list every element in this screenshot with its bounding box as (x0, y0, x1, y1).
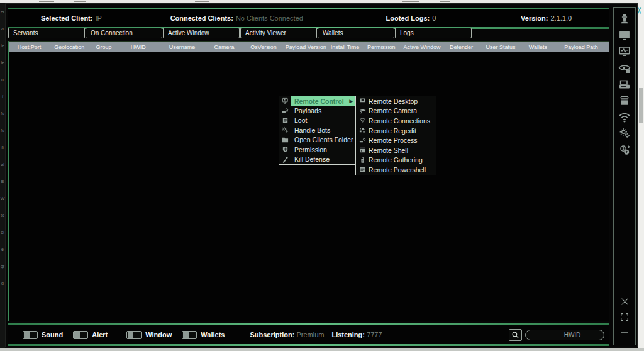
listening-stat: Listening: 7777 (331, 331, 382, 338)
col-hwid: HWID (118, 44, 158, 50)
submenu-item-remote-connections[interactable]: Remote Connections (356, 116, 436, 126)
remote-desktop-icon (356, 98, 369, 104)
alert-label: Alert (92, 331, 108, 338)
submenu-item-remote-gathering[interactable]: Remote Gathering (356, 155, 436, 165)
sound-checkbox[interactable] (23, 331, 38, 339)
loot-icon (279, 116, 291, 125)
close-icon[interactable] (618, 296, 631, 307)
submenu-item-remote-shell[interactable]: Remote Shell (356, 145, 436, 155)
version-stat: Version: 2.1.1.0 (483, 14, 609, 22)
window-checkbox-group: Window (126, 331, 172, 339)
hwid-search-pill (525, 330, 604, 340)
connected-clients-stat: Connected Clients: No Clients Connected (135, 14, 339, 22)
knife-icon (279, 154, 291, 164)
remote-control-icon (279, 96, 291, 106)
handle-bots-icon (279, 125, 291, 135)
hwid-search-input[interactable] (531, 332, 614, 338)
col-username: Username (158, 44, 205, 50)
listening-value: 7777 (367, 331, 382, 338)
desktop-left-strip: erateleuffufufialEWtoolegrd (0, 3, 5, 351)
version-value: 2.1.1.0 (550, 14, 572, 22)
desktop-right-strip: ✂ (638, 0, 644, 351)
menu-item-payloads[interactable]: Payloads (279, 106, 355, 115)
settings-gears-icon[interactable] (618, 128, 631, 139)
wallets-checkbox[interactable] (182, 331, 197, 339)
menu-item-kill-defense[interactable]: Kill Defense (279, 154, 355, 164)
selected-client-stat: Selected Client: IP (8, 14, 135, 22)
menu-item-label: Loot (294, 116, 307, 124)
tab-wallets[interactable]: Wallets (318, 28, 394, 38)
remote-regedit-icon (356, 127, 369, 134)
col-camera: Camera (206, 44, 243, 50)
col-active-window: Active Window (400, 44, 444, 50)
col-install-time: Install Time (328, 44, 362, 50)
tab-bar: Servants On Connection Active Window Act… (8, 28, 472, 40)
tab-servants[interactable]: Servants (8, 28, 85, 38)
remote-camera-icon (356, 108, 369, 114)
submenu-item-remote-regedit[interactable]: Remote Regedit (356, 126, 436, 136)
col-user-status: User Status (479, 44, 523, 50)
spy-icon[interactable] (618, 13, 631, 25)
bottom-bar: Sound Alert Window Wallets Subscription:… (8, 323, 609, 346)
tab-activity-viewer[interactable]: Activity Viewer (240, 28, 317, 38)
app-window: Selected Client: IP Connected Clients: N… (5, 3, 638, 347)
window-checkbox[interactable] (126, 331, 142, 339)
status-topbar: Selected Client: IP Connected Clients: N… (8, 8, 609, 29)
tab-active-window[interactable]: Active Window (163, 28, 240, 38)
crypto-exchange-icon[interactable] (618, 144, 631, 155)
tab-logs[interactable]: Logs (395, 28, 472, 38)
looted-logs-value: 0 (432, 14, 436, 22)
wallets-checkbox-group: Wallets (182, 331, 225, 339)
hidden-desktop-eye-icon[interactable] (618, 62, 631, 74)
submenu-item-remote-desktop[interactable]: Remote Desktop (356, 96, 436, 106)
tab-on-connection[interactable]: On Connection (86, 28, 162, 38)
menu-item-label: Handle Bots (294, 126, 330, 134)
menu-item-permission[interactable]: Permission (279, 145, 355, 154)
connected-clients-label: Connected Clients: (170, 14, 233, 22)
menu-item-label: Kill Defense (294, 155, 330, 163)
checkbox-check (24, 332, 30, 338)
sound-checkbox-group: Sound (23, 331, 63, 339)
checkbox-check (183, 332, 189, 338)
submenu-item-remote-process[interactable]: Remote Process (356, 135, 436, 145)
alert-checkbox[interactable] (73, 331, 88, 339)
desktop-screen: erateleuffufufialEWtoolegrd ✂ Selected C… (0, 0, 644, 351)
remote-shell-icon (356, 147, 369, 153)
menu-item-label: Payloads (294, 107, 321, 114)
remote-desktop-icon[interactable] (618, 30, 631, 41)
clients-table-header: Host:Port Geolocation Group HWID Usernam… (9, 42, 609, 52)
col-permission: Permission (362, 44, 400, 50)
menu-item-handle-bots[interactable]: Handle Bots (279, 125, 355, 135)
looted-logs-label: Looted Logs: (386, 14, 430, 22)
clients-table-body[interactable] (9, 52, 609, 321)
col-payload-version: Payload Version (284, 44, 328, 50)
window-label: Window (145, 331, 172, 338)
submenu-item-remote-camera[interactable]: Remote Camera (356, 106, 436, 116)
search-button[interactable] (509, 329, 522, 341)
checkbox-check (128, 332, 133, 338)
minimize-icon[interactable] (618, 327, 631, 338)
menu-item-remote-control[interactable]: Remote Control ▶ (279, 96, 355, 106)
keylogger-icon[interactable] (618, 79, 631, 90)
shield-icon (279, 145, 291, 154)
connections-wifi-icon[interactable] (618, 111, 631, 123)
looted-logs-stat: Looted Logs: 0 (339, 14, 483, 22)
menu-item-open-clients-folder[interactable]: Open Clients Folder (279, 135, 355, 145)
col-payload-path: Payload Path (553, 44, 609, 50)
submenu-item-remote-powershell[interactable]: Remote Powershell (356, 165, 436, 175)
col-geolocation: Geolocation (49, 44, 90, 50)
search-icon (511, 331, 519, 339)
activity-monitor-icon[interactable] (618, 46, 631, 57)
remote-process-icon (356, 137, 369, 144)
menu-item-loot[interactable]: Loot (279, 116, 355, 125)
sound-label: Sound (42, 331, 63, 338)
clients-package-icon[interactable] (618, 95, 631, 106)
remote-gathering-icon (356, 157, 369, 164)
clients-table: Host:Port Geolocation Group HWID Usernam… (8, 41, 609, 321)
remote-powershell-icon (356, 166, 369, 173)
selected-client-value: IP (95, 14, 101, 22)
listening-label: Listening: (331, 331, 365, 338)
submenu-arrow-icon: ▶ (350, 99, 353, 104)
menu-item-label: Permission (294, 146, 327, 153)
fullscreen-icon[interactable] (618, 311, 631, 323)
